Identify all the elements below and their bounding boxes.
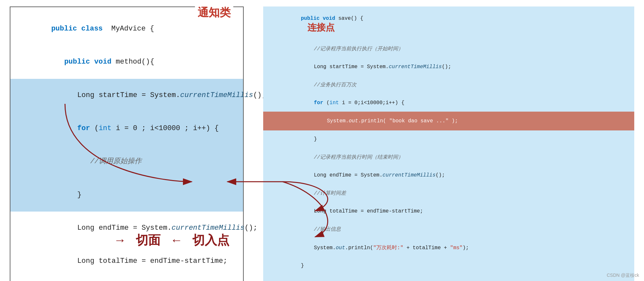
right-panel: public void save() { 连接点 //记录程序当前执行执行（开始… (263, 6, 634, 275)
save-println: System.out.println( "book dao save ..." … (263, 112, 634, 130)
arrow-left-label: ← (170, 233, 183, 247)
right-code-wrapper: public void save() { 连接点 //记录程序当前执行执行（开始… (263, 6, 634, 281)
save-totaltime: Long totalTime = endTime-startTime; (270, 202, 628, 220)
code-line-starttime: Long startTime = System.currentTimeMilli… (10, 79, 243, 112)
save-comment1: //记录程序当前执行执行（开始时间） (270, 40, 628, 58)
code-line-totaltime: Long totalTime = endTime-startTime; (17, 245, 237, 278)
save-endtime: Long endTime = System.currentTimeMillis(… (270, 166, 628, 184)
code-line-println: System.out.println("万次耗时:" + totalTime +… (17, 278, 237, 281)
save-starttime: Long startTime = System.currentTimeMilli… (270, 58, 628, 76)
arrow-right-label: → (114, 233, 126, 247)
update-header: public void update(){ 连接点 (270, 276, 628, 281)
code-line-method: public void method(){ (17, 45, 237, 79)
update-method: public void update(){ 连接点 System.out.pri… (270, 276, 628, 281)
qiemian-label: 切面 (136, 232, 161, 249)
qieru-label: 切入点 (192, 232, 229, 249)
tongzhi-lei-label: 通知类 (195, 4, 233, 21)
save-comment5: //输出信息 (270, 220, 628, 238)
save-lianjiedian: 连接点 (307, 22, 335, 32)
main-container: 通知类 通知 public class MyAdvice { public vo… (0, 0, 644, 281)
save-comment2: //业务执行百万次 (270, 76, 628, 94)
save-for: for (int i = 0;i<10000;i++) { (270, 94, 628, 112)
code-line-comment: //调用原始操作 (10, 145, 243, 178)
save-method: public void save() { 连接点 //记录程序当前执行执行（开始… (270, 10, 628, 275)
save-println2: System.out.println("万次耗时:" + totalTime +… (270, 238, 628, 257)
code-line-for: for (int i = 0 ; i<10000 ; i++) { (10, 112, 243, 145)
save-comment3: //记录程序当前执行时间（结束时间） (270, 148, 628, 166)
bottom-labels: → 切面 ← 切入点 (114, 232, 229, 249)
save-close: } (270, 257, 628, 275)
save-header: public void save() { 连接点 (270, 10, 628, 40)
save-close-for: } (270, 130, 628, 148)
save-comment4: //计算时间差 (270, 184, 628, 202)
code-line-close-for: } (10, 178, 243, 211)
watermark: CSDN @蓝桉ck (607, 273, 639, 278)
